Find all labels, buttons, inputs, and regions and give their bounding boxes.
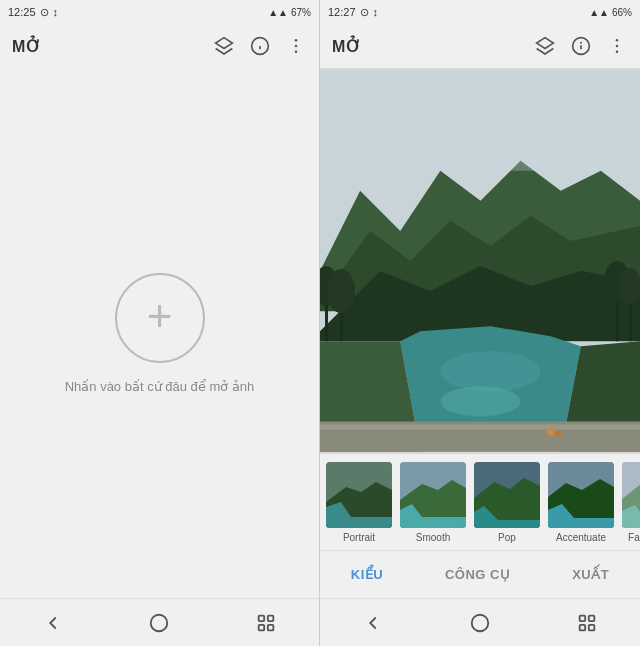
filter-pop-thumbnail <box>474 462 540 528</box>
svg-point-30 <box>547 428 555 436</box>
left-status-right: ▲▲ 67% <box>268 7 311 18</box>
svg-point-18 <box>616 51 619 54</box>
layers-icon[interactable] <box>213 35 235 57</box>
home-button-right[interactable] <box>464 607 496 639</box>
svg-point-25 <box>440 386 520 416</box>
svg-point-60 <box>472 614 489 631</box>
plus-icon: + <box>147 294 173 338</box>
photo-display[interactable] <box>320 68 640 454</box>
svg-rect-9 <box>268 615 274 621</box>
svg-rect-64 <box>588 624 594 630</box>
tab-cong-cu[interactable]: CÔNG CỤ <box>437 563 519 586</box>
filter-accentuate[interactable]: Accentuate <box>546 462 616 543</box>
right-status-bar: 12:27 ⊙ ↕ ▲▲ 66% <box>320 0 640 24</box>
right-bottom-nav <box>320 598 640 646</box>
svg-point-31 <box>556 431 562 437</box>
info-icon[interactable] <box>249 35 271 57</box>
left-status-bar: 12:25 ⊙ ↕ ▲▲ 67% <box>0 0 319 24</box>
filter-smooth-thumbnail <box>400 462 466 528</box>
filter-pop-label: Pop <box>498 532 516 543</box>
svg-rect-61 <box>579 615 585 621</box>
svg-marker-12 <box>537 38 554 49</box>
home-button-left[interactable] <box>143 607 175 639</box>
filter-faded-glow-label: Faded Glow <box>628 532 640 543</box>
add-photo-button[interactable]: + <box>115 273 205 363</box>
svg-point-4 <box>295 39 298 42</box>
svg-rect-11 <box>268 624 274 630</box>
svg-rect-56 <box>622 462 640 528</box>
filter-smooth-label: Smooth <box>416 532 450 543</box>
svg-point-5 <box>295 45 298 48</box>
info-icon-right[interactable] <box>570 35 592 57</box>
tab-xuat[interactable]: XUẤT <box>564 563 617 586</box>
filter-accentuate-thumbnail <box>548 462 614 528</box>
left-status-time: 12:25 ⊙ ↕ <box>8 6 58 19</box>
filter-pop[interactable]: Pop <box>472 462 542 543</box>
svg-point-6 <box>295 51 298 54</box>
svg-rect-8 <box>258 615 264 621</box>
hint-text: Nhấn vào bất cứ đâu để mở ảnh <box>65 379 255 394</box>
svg-point-24 <box>440 351 540 391</box>
back-button-left[interactable] <box>37 607 69 639</box>
recent-button-left[interactable] <box>250 607 282 639</box>
svg-point-7 <box>151 614 168 631</box>
svg-point-39 <box>619 268 640 304</box>
svg-rect-10 <box>258 624 264 630</box>
left-top-title: MỞ <box>12 37 41 56</box>
svg-rect-29 <box>320 425 640 430</box>
svg-rect-40 <box>320 70 640 170</box>
filter-smooth[interactable]: Smooth <box>398 462 468 543</box>
filter-accentuate-label: Accentuate <box>556 532 606 543</box>
svg-point-17 <box>616 45 619 48</box>
filter-portrait-thumbnail <box>326 462 392 528</box>
filter-portrait-label: Portrait <box>343 532 375 543</box>
more-icon[interactable] <box>285 35 307 57</box>
right-top-bar: MỞ <box>320 24 640 68</box>
tab-kieu[interactable]: KIỂU <box>343 563 391 586</box>
left-main-content[interactable]: + Nhấn vào bất cứ đâu để mở ảnh <box>0 68 319 598</box>
left-panel: 12:25 ⊙ ↕ ▲▲ 67% MỞ <box>0 0 319 646</box>
svg-marker-0 <box>216 38 233 49</box>
layers-icon-right[interactable] <box>534 35 556 57</box>
recent-button-right[interactable] <box>571 607 603 639</box>
svg-point-35 <box>327 269 355 313</box>
filter-strip: Portrait Smooth Pop <box>320 454 640 550</box>
svg-point-16 <box>616 39 619 42</box>
right-top-title: MỞ <box>332 37 361 56</box>
filter-faded-glow[interactable]: Faded Glow <box>620 462 640 543</box>
left-top-bar: MỞ <box>0 24 319 68</box>
right-bottom-tabs: KIỂU CÔNG CỤ XUẤT <box>320 550 640 598</box>
svg-rect-63 <box>579 624 585 630</box>
svg-rect-62 <box>588 615 594 621</box>
left-top-icons <box>213 35 307 57</box>
more-icon-right[interactable] <box>606 35 628 57</box>
filter-faded-glow-thumbnail <box>622 462 640 528</box>
right-panel: 12:27 ⊙ ↕ ▲▲ 66% MỞ <box>320 0 640 646</box>
back-button-right[interactable] <box>357 607 389 639</box>
right-top-icons <box>534 35 628 57</box>
filter-portrait[interactable]: Portrait <box>324 462 394 543</box>
left-bottom-nav <box>0 598 319 646</box>
